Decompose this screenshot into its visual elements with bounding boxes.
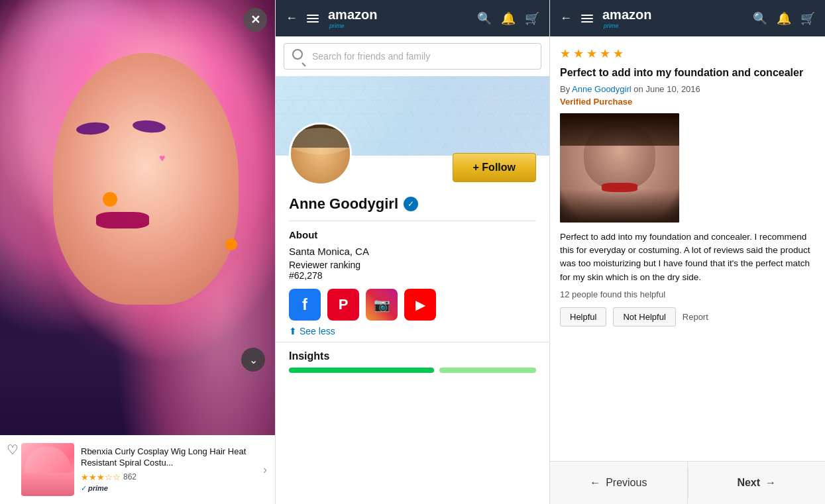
facebook-logo: f: [302, 295, 307, 314]
prime-logo-text: prime: [329, 23, 345, 29]
product-arrow-icon[interactable]: ›: [263, 463, 267, 477]
facebook-icon[interactable]: f: [289, 289, 321, 321]
pinterest-logo: P: [339, 296, 349, 313]
wishlist-heart-icon[interactable]: ♡: [7, 442, 19, 458]
header-icons-2: 🔍 🔔 🛒: [753, 11, 815, 26]
avatar-image: [291, 125, 350, 183]
youtube-icon[interactable]: ▶: [404, 289, 436, 321]
review-content: ★ ★ ★ ★ ★ Perfect to add into my foundat…: [550, 36, 825, 461]
profile-name: Anne Goodygirl: [289, 195, 398, 213]
search-input-wrapper[interactable]: Search for friends and family: [284, 43, 541, 70]
pinterest-icon[interactable]: P: [327, 289, 359, 321]
report-link[interactable]: Report: [683, 312, 708, 322]
feedback-row: Helpful Not Helpful Report: [560, 307, 815, 327]
star-5: ★: [613, 46, 624, 61]
product-image: [21, 443, 74, 496]
cart-icon-2[interactable]: 🛒: [800, 11, 815, 26]
header-icons: 🔍 🔔 🛒: [477, 11, 539, 26]
stars-row: ★ ★ ★ ★ ★: [560, 46, 815, 61]
ranking-value: #62,278: [289, 270, 536, 281]
navigation-footer: ← Previous Next →: [550, 461, 825, 504]
orange-dot-small: [225, 238, 237, 250]
previous-label: Previous: [606, 477, 647, 489]
next-label: Next: [737, 477, 760, 489]
lips: [96, 212, 149, 228]
menu-line-2: [307, 18, 319, 19]
profile-panel: ← amazon prime 🔍 🔔 🛒 Search for friends …: [275, 0, 550, 504]
star-1: ★: [560, 46, 571, 61]
divider-1: [289, 221, 536, 221]
profile-avatar-area: + Follow: [276, 123, 549, 185]
search-icon[interactable]: 🔍: [477, 11, 492, 26]
ranking-label: Reviewer ranking: [289, 260, 536, 270]
face-layer: [53, 53, 239, 305]
by-text: By: [560, 84, 570, 94]
close-button[interactable]: ✕: [243, 8, 267, 32]
previous-button[interactable]: ← Previous: [550, 462, 688, 504]
menu-icon[interactable]: [305, 13, 320, 24]
prev-arrow-icon: ←: [590, 477, 600, 489]
product-stars: ★★★☆☆: [81, 472, 121, 482]
product-info: Rbenxia Curly Cosplay Wig Long Hair Heat…: [81, 446, 253, 493]
location-value: Santa Monica, CA: [289, 246, 536, 257]
search-placeholder-text: Search for friends and family: [312, 51, 430, 62]
down-arrow-button[interactable]: ⌄: [241, 348, 265, 372]
helpful-button[interactable]: Helpful: [560, 307, 606, 327]
review-body-text: Perfect to add into my foundation and co…: [560, 230, 815, 284]
youtube-logo: ▶: [415, 297, 425, 313]
review-by-line: By Anne Goodygirl on June 10, 2016: [560, 84, 815, 94]
insight-bar-light-green: [439, 368, 536, 373]
amazon-header: ← amazon prime 🔍 🔔 🛒: [276, 0, 549, 36]
review-title: Perfect to add into my foundation and co…: [560, 66, 815, 80]
menu-line-4: [581, 15, 593, 16]
prime-logo-text-2: prime: [604, 23, 619, 29]
review-image: [560, 113, 679, 223]
insights-label: Insights: [289, 350, 536, 362]
follow-button[interactable]: + Follow: [453, 153, 536, 182]
about-label: About: [289, 229, 536, 240]
insight-bar-green: [289, 368, 434, 373]
star-2: ★: [573, 46, 584, 61]
amazon-logo-2: amazon prime: [602, 7, 651, 29]
menu-line-1: [307, 15, 319, 16]
menu-icon-2[interactable]: [580, 13, 594, 24]
menu-line-5: [581, 18, 593, 19]
search-bar[interactable]: Search for friends and family: [276, 36, 549, 76]
selfie-panel: ♥ ✕ ⌄ ♡ Rbenxia Curly Cosplay Wig Long H…: [0, 0, 275, 504]
search-icon-2[interactable]: 🔍: [753, 11, 767, 26]
insights-bars: [289, 368, 536, 373]
social-icons-row: f P 📷 ▶: [276, 289, 549, 321]
bell-icon[interactable]: 🔔: [501, 11, 516, 26]
heart-decoration: ♥: [159, 152, 166, 164]
product-title: Rbenxia Curly Cosplay Wig Long Hair Heat…: [81, 446, 253, 469]
star-4: ★: [600, 46, 610, 61]
amazon-logo-text-2: amazon: [602, 7, 651, 23]
instagram-icon[interactable]: 📷: [366, 289, 398, 321]
prime-badge: ✓ prime: [81, 484, 253, 493]
profile-name-section: Anne Goodygirl ✓: [276, 185, 549, 213]
back-arrow-icon[interactable]: ←: [286, 11, 298, 25]
bell-icon-2[interactable]: 🔔: [777, 11, 791, 26]
review-panel: ← amazon prime 🔍 🔔 🛒 ★ ★ ★ ★ ★ Perfect t…: [550, 0, 825, 504]
next-button[interactable]: Next →: [688, 462, 826, 504]
amazon-header-2: ← amazon prime 🔍 🔔 🛒: [550, 0, 825, 36]
review-author-link[interactable]: Anne Goodygirl: [572, 84, 632, 94]
amazon-logo: amazon prime: [328, 7, 377, 29]
see-less-label: See less: [300, 326, 335, 336]
avatar: [289, 123, 352, 185]
prime-label: prime: [88, 484, 108, 492]
review-date: on June 10, 2016: [633, 84, 700, 94]
amazon-logo-text: amazon: [328, 7, 377, 23]
product-rating-count: 862: [123, 472, 137, 481]
not-helpful-button[interactable]: Not Helpful: [613, 307, 675, 327]
search-magnifier-icon: [292, 49, 307, 64]
prime-check-icon: ✓: [81, 484, 87, 493]
back-arrow-icon-2[interactable]: ←: [560, 11, 572, 25]
see-less-arrow-icon: ⬆: [289, 326, 297, 336]
cart-icon[interactable]: 🛒: [525, 11, 539, 26]
product-card: ♡ Rbenxia Curly Cosplay Wig Long Hair He…: [0, 435, 275, 504]
instagram-logo: 📷: [374, 297, 390, 313]
see-less-button[interactable]: ⬆ See less: [276, 321, 549, 342]
next-arrow-icon: →: [765, 477, 776, 489]
menu-line-6: [581, 21, 593, 23]
